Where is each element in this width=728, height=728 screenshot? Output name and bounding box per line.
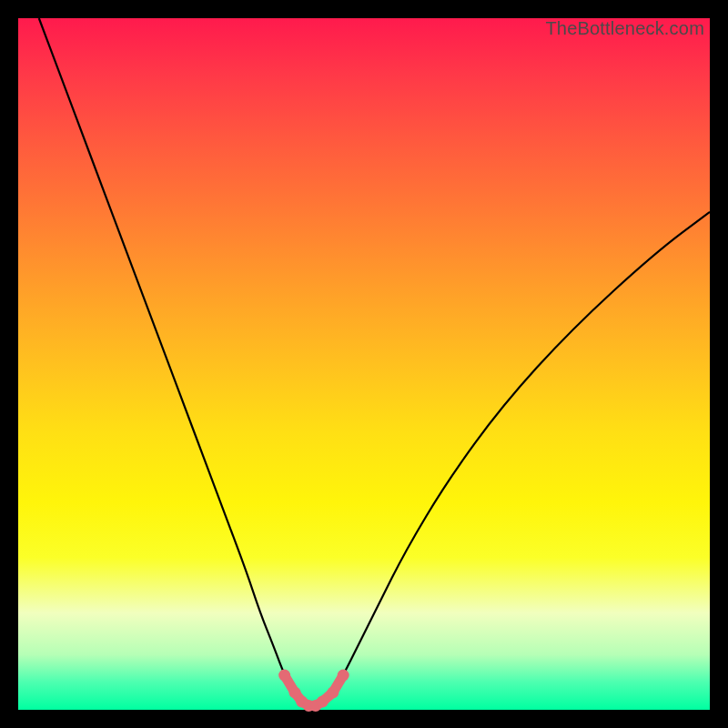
floor-marker-dot — [317, 695, 329, 707]
curve-layer — [18, 18, 710, 710]
floor-marker-dot — [338, 670, 349, 682]
floor-marker-dot — [327, 687, 339, 699]
chart-frame: TheBottleneck.com — [0, 0, 728, 728]
floor-markers — [278, 670, 349, 712]
bottleneck-curve — [39, 18, 710, 705]
plot-area: TheBottleneck.com — [18, 18, 710, 710]
floor-marker-dot — [278, 670, 290, 682]
